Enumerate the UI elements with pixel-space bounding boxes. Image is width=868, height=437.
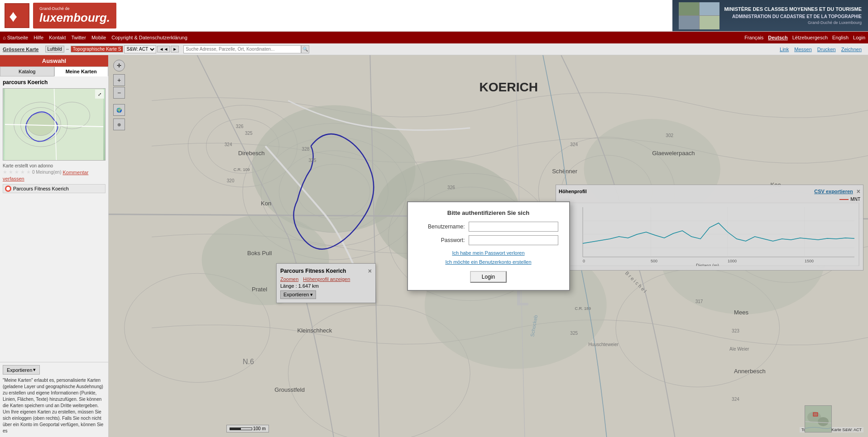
modal-title: Bitte authentifizieren Sie sich bbox=[419, 209, 558, 216]
ministry-country: Grand-Duché de Luxembourg bbox=[724, 20, 862, 26]
lion-logo: ♦ bbox=[5, 3, 29, 28]
password-row: Passwort: bbox=[419, 235, 558, 245]
layer-prev-btn[interactable]: ◄◄ bbox=[157, 46, 170, 52]
ministry-subtitle: Administration du Cadastre et de la Topo… bbox=[724, 13, 862, 20]
svg-text:♦: ♦ bbox=[9, 7, 17, 25]
sidebar-map-preview: ⤢ bbox=[3, 88, 106, 161]
map-area[interactable]: KOERICH Direbesch Kon Boks Pull Pratel K… bbox=[109, 55, 868, 437]
item-icon-inner bbox=[6, 187, 10, 190]
luxembourg-logo: Grand-Duché de luxembourg. bbox=[33, 3, 116, 28]
item-list: Parcours Fitness Koerich bbox=[3, 184, 106, 193]
username-label: Benutzername: bbox=[419, 223, 469, 230]
nav-twitter[interactable]: Twitter bbox=[72, 35, 86, 40]
nav-kontakt[interactable]: Kontakt bbox=[49, 35, 66, 40]
export-button-sidebar[interactable]: Exportieren ▾ bbox=[3, 365, 40, 375]
ratings: ★ ★ ★ ★ ★ 0 Meinung(en) Kommentar bbox=[3, 169, 106, 175]
ministry-photos bbox=[679, 2, 719, 29]
toolbar: Grössere Karte Luftbild Topographische K… bbox=[0, 43, 868, 55]
author-label: Karte erstellt von adonno bbox=[3, 163, 106, 168]
nav-copyright[interactable]: Copyright & Datenschutzerklärung bbox=[111, 35, 187, 40]
main: Auswahl Katalog Meine Karten parcours Ko… bbox=[0, 55, 868, 437]
export-dropdown-icon: ▾ bbox=[33, 367, 36, 373]
logo-main-text: luxembourg. bbox=[39, 11, 110, 24]
search-input[interactable] bbox=[183, 45, 301, 53]
password-input[interactable] bbox=[469, 235, 558, 245]
search-bar: 🔍 bbox=[183, 45, 480, 53]
comment-link[interactable]: Kommentar bbox=[62, 170, 88, 175]
create-account-link[interactable]: Ich möchte ein Benutzerkonto erstellen bbox=[419, 258, 558, 267]
lang-english[interactable]: English bbox=[832, 35, 849, 40]
username-row: Benutzername: bbox=[419, 222, 558, 232]
nav-hilfe[interactable]: Hilfe bbox=[34, 35, 43, 40]
export-btn-label: Exportieren bbox=[7, 367, 32, 373]
verfassen-link[interactable]: verfassen bbox=[3, 176, 106, 181]
tab-meine-karten[interactable]: Meine Karten bbox=[54, 66, 109, 76]
layer-topo-btn[interactable]: Topographische Karte S bbox=[71, 46, 124, 52]
lang-deutsch[interactable]: Deutsch bbox=[768, 35, 787, 40]
layer-selector: Luftbild Topographische Karte S S&W: ACT… bbox=[45, 45, 179, 53]
item-icon bbox=[5, 185, 11, 192]
search-button[interactable]: 🔍 bbox=[301, 45, 309, 53]
messen-action[interactable]: Messen bbox=[794, 47, 812, 52]
layer-next-btn[interactable]: ► bbox=[171, 46, 179, 52]
parcours-title: parcours Koerich bbox=[3, 79, 106, 86]
sidebar-tabs: Katalog Meine Karten bbox=[0, 66, 108, 76]
username-input[interactable] bbox=[469, 222, 558, 232]
lang-letzebuergesh[interactable]: Lëtzebuergesch bbox=[792, 35, 828, 40]
sidebar-content: parcours Koerich ⤢ bbox=[0, 76, 108, 362]
topo-version-select[interactable]: S&W: ACT bbox=[124, 45, 156, 53]
link-action[interactable]: Link bbox=[780, 47, 789, 52]
svg-point-4 bbox=[27, 113, 54, 135]
ratings-count: 0 Meinung(en) bbox=[32, 170, 61, 175]
layer-luftbild-btn[interactable]: Luftbild bbox=[45, 46, 64, 52]
nav-right: Français Deutsch Lëtzebuergesch English … bbox=[744, 35, 865, 40]
nav-startseite[interactable]: ⌂ Startseite bbox=[3, 35, 28, 40]
sidebar: Auswahl Katalog Meine Karten parcours Ko… bbox=[0, 55, 109, 437]
nav-left: ⌂ Startseite Hilfe Kontakt Twitter Mobil… bbox=[3, 35, 187, 40]
login-modal: Bitte authentifizieren Sie sich Benutzer… bbox=[407, 201, 570, 291]
nav-login[interactable]: Login bbox=[853, 35, 865, 40]
nav-bar: ⌂ Startseite Hilfe Kontakt Twitter Mobil… bbox=[0, 32, 868, 43]
login-button[interactable]: Login bbox=[470, 271, 507, 283]
header: ♦ Grand-Duché de luxembourg. Ministère d… bbox=[0, 0, 868, 32]
zeichnen-action[interactable]: Zeichnen bbox=[841, 47, 862, 52]
ministry-title: Ministère des Classes Moyennes et du Tou… bbox=[724, 5, 862, 13]
forgot-password-link[interactable]: Ich habe mein Passwort verloren bbox=[419, 249, 558, 258]
modal-footer: Login bbox=[419, 271, 558, 283]
header-right: Ministère des Classes Moyennes et du Tou… bbox=[154, 0, 868, 31]
modal-links: Ich habe mein Passwort verloren Ich möch… bbox=[419, 249, 558, 267]
map-actions: Link Messen Drucken Zeichnen bbox=[780, 47, 862, 52]
sidebar-map-zoom-icon[interactable]: ⤢ bbox=[95, 90, 104, 99]
logo-area: ♦ Grand-Duché de luxembourg. bbox=[0, 0, 154, 31]
groessere-karte-link[interactable]: Grössere Karte bbox=[3, 47, 39, 52]
sidebar-header: Auswahl bbox=[0, 55, 108, 66]
sidebar-info: "Meine Karten" erlaubt es, personalisier… bbox=[3, 377, 106, 434]
list-item[interactable]: Parcours Fitness Koerich bbox=[3, 184, 106, 193]
nav-mobile[interactable]: Mobile bbox=[91, 35, 106, 40]
password-label: Passwort: bbox=[419, 237, 469, 243]
item-label: Parcours Fitness Koerich bbox=[13, 186, 69, 191]
ministry-banner: Ministère des Classes Moyennes et du Tou… bbox=[672, 0, 868, 31]
lang-francais[interactable]: Français bbox=[744, 35, 763, 40]
ministry-photo bbox=[679, 2, 719, 29]
tab-katalog[interactable]: Katalog bbox=[0, 66, 54, 76]
logo-small-text: Grand-Duché de bbox=[39, 6, 110, 11]
sidebar-bottom: Exportieren ▾ "Meine Karten" erlaubt es,… bbox=[0, 362, 108, 437]
modal-overlay: Bitte authentifizieren Sie sich Benutzer… bbox=[109, 55, 868, 437]
ministry-text: Ministère des Classes Moyennes et du Tou… bbox=[724, 5, 862, 26]
drucken-action[interactable]: Drucken bbox=[817, 47, 836, 52]
